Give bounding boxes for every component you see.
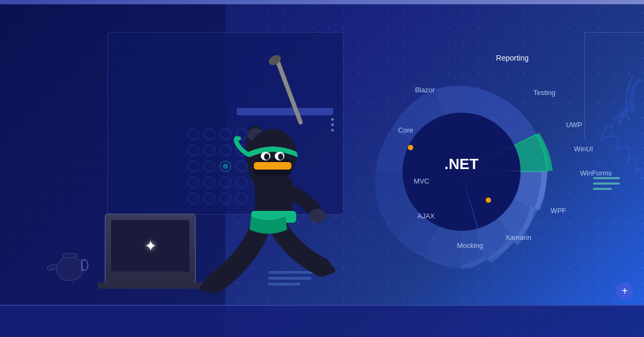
svg-rect-39 — [254, 162, 291, 170]
svg-line-25 — [276, 58, 301, 122]
chart-label-wpf: WPF — [551, 207, 566, 215]
svg-point-31 — [309, 209, 326, 223]
top-bar — [0, 0, 644, 4]
laptop: ✦ — [105, 214, 196, 283]
chart-label-xamarin: Xamarin — [506, 233, 531, 241]
chart-label-blazor: Blazor — [415, 86, 435, 94]
chart-label-ajax: AJAX — [417, 212, 435, 220]
chart-label-mocking: Mocking — [457, 241, 483, 250]
main-scene: ✦ — [0, 0, 644, 337]
chart-label-mvc: MVC — [414, 177, 429, 185]
svg-point-38 — [278, 153, 283, 160]
chart-label-reporting: Reporting — [496, 54, 529, 62]
laptop-screen: ✦ — [111, 220, 189, 272]
teapot — [51, 243, 89, 281]
floor-line — [0, 305, 644, 306]
orange-dot-1 — [408, 145, 413, 150]
chart-label-core: Core — [398, 126, 413, 134]
svg-point-37 — [264, 153, 269, 160]
floor — [0, 305, 644, 337]
svg-text:.NET: .NET — [444, 156, 479, 172]
laptop-star-icon: ✦ — [144, 237, 157, 255]
chart-label-testing: Testing — [533, 89, 555, 97]
laptop-base — [98, 282, 203, 289]
ninja-character — [193, 53, 343, 310]
teapot-handle — [81, 259, 89, 271]
teapot-lid — [62, 253, 78, 258]
horizontal-line — [585, 32, 644, 33]
chart-label-uwp: UWP — [566, 121, 582, 129]
orange-dot-2 — [486, 197, 491, 203]
plus-button[interactable]: + — [616, 282, 633, 299]
vertical-line — [584, 32, 585, 140]
teapot-body — [56, 257, 83, 281]
right-splash — [590, 64, 644, 225]
